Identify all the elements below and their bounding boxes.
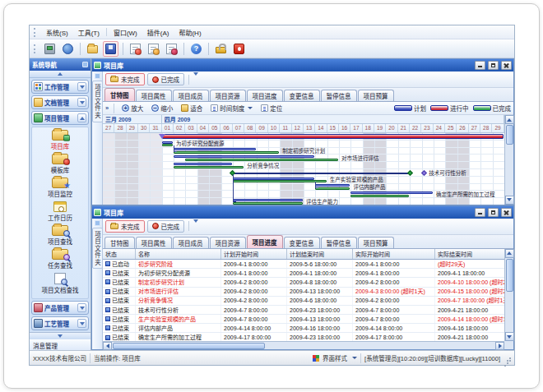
column-header[interactable]: 状态	[103, 249, 136, 259]
tab-budget[interactable]: 项目预算	[358, 90, 394, 101]
section-chevron-button[interactable]	[77, 319, 86, 328]
sidebar-section-4[interactable]: 产品管理	[31, 301, 89, 315]
more-filters-button[interactable]	[193, 76, 198, 83]
column-header[interactable]: 实际结束时间	[435, 249, 504, 259]
maximize-button[interactable]	[488, 61, 499, 70]
gantt-bar-actual[interactable]	[233, 202, 303, 205]
table-horizontal-scrollbar[interactable]	[103, 341, 504, 349]
help-button[interactable]	[188, 41, 204, 57]
maximize-button[interactable]	[488, 208, 499, 217]
minimize-button[interactable]	[475, 208, 485, 217]
sidebar-item-folder-monitor[interactable]: ★项目监控	[32, 177, 88, 201]
zoom-out-button[interactable]: 缩小	[149, 103, 175, 113]
unfinished-filter-button[interactable]: 未完成	[105, 73, 145, 85]
folder-side-tab[interactable]: 项目文件夹	[92, 219, 103, 349]
gantt-bar-plan[interactable]	[174, 155, 314, 158]
doc-export-button[interactable]	[128, 41, 143, 57]
pin-icon[interactable]	[95, 73, 100, 79]
tab-properties[interactable]: 项目属性	[136, 90, 172, 101]
lock-button[interactable]	[213, 41, 229, 57]
sidebar-item-folder-template[interactable]: 模板库	[32, 153, 88, 177]
toolbar-grip[interactable]	[34, 44, 36, 53]
sidebar-section-3[interactable]: 项目管理	[31, 111, 89, 125]
tab-gantt[interactable]: 甘特图	[104, 237, 135, 248]
scroll-thumb[interactable]	[506, 259, 513, 292]
sidebar-section-2[interactable]: 文档管理	[31, 95, 89, 109]
gantt-bar-actual[interactable]	[174, 151, 279, 154]
scroll-right-button[interactable]	[495, 342, 504, 350]
sidebar-section-1[interactable]: 工作管理	[31, 80, 89, 94]
gantt-bar-actual[interactable]	[185, 159, 338, 161]
close-button[interactable]	[501, 61, 512, 70]
fit-button[interactable]: 适合	[179, 103, 205, 113]
gantt-canvas[interactable]: 为初步研究分配资源制定初步研究计划对市场进行评估分析竞争情况技术可行性分析生产实…	[103, 133, 504, 205]
tab-change-info[interactable]: 变更信息	[284, 237, 320, 248]
table-row[interactable]: 已结束生产实验室规模的产品2009-4-7 8:00:002009-4-13 1…	[103, 315, 504, 324]
scroll-thumb[interactable]	[113, 343, 265, 349]
column-header[interactable]: 计划结束时间	[287, 249, 353, 259]
locate-button[interactable]: 定位	[258, 103, 285, 113]
table-row[interactable]: 已结束为初步研究分配资源2009-4-1 8:00:002009-4-1 18:…	[103, 269, 504, 278]
scroll-left-button[interactable]	[103, 342, 112, 350]
gantt-bar-plan[interactable]	[350, 191, 432, 194]
table-row[interactable]: 已启动初步研究阶段2009-4-1 8:00:002009-5-6 18:00:…	[103, 260, 504, 269]
table-row[interactable]: 已结束分析竞争情况2009-4-2 8:00:002009-4-6 18:00:…	[103, 297, 504, 306]
table-row[interactable]: 已结束制定初步研究计划2009-4-2 8:00:002009-4-8 18:0…	[103, 278, 504, 287]
sidebar-collapse-strip[interactable]	[30, 71, 90, 78]
menu-item[interactable]: 插件(A)	[142, 26, 174, 39]
pin-icon[interactable]	[82, 62, 88, 67]
toolbar-overflow-button[interactable]: »	[105, 104, 109, 112]
minimize-button[interactable]	[475, 61, 485, 70]
scroll-down-button[interactable]	[505, 332, 514, 341]
timescale-button[interactable]: 时间刻度	[208, 103, 255, 113]
tab-pause-info[interactable]: 暂停信息	[321, 90, 357, 101]
column-header[interactable]: 实际开始时间	[353, 249, 435, 259]
gantt-bar-plan[interactable]	[174, 148, 255, 150]
finished-filter-button[interactable]: 已完成	[147, 73, 185, 85]
column-header[interactable]: 计划开始时间	[221, 249, 287, 259]
tab-pause-info[interactable]: 暂停信息	[321, 237, 357, 248]
scroll-up-button[interactable]	[505, 115, 514, 124]
gantt-bar-plan[interactable]	[162, 141, 173, 144]
table-row[interactable]: 已结束确定生产所需的加工过程2009-4-17 8:00:002009-4-23…	[103, 333, 504, 341]
pin-icon[interactable]	[95, 220, 100, 226]
table-row[interactable]: 已结束对市场进行评估2009-4-2 8:00:002009-4-13 18:0…	[103, 288, 504, 297]
gantt-bar-span[interactable]	[233, 173, 410, 174]
gantt-bar-plan[interactable]	[174, 163, 232, 165]
folder-side-tab[interactable]: 项目文件夹	[92, 71, 103, 205]
column-header[interactable]: 名称	[136, 249, 221, 259]
globe-button[interactable]	[60, 41, 76, 57]
tab-properties[interactable]: 项目属性	[136, 237, 172, 248]
tab-budget[interactable]: 项目预算	[358, 237, 394, 248]
menu-item[interactable]: 系统(S)	[41, 26, 73, 39]
tab-change-info[interactable]: 变更信息	[284, 90, 320, 101]
scroll-up-button[interactable]	[505, 249, 514, 258]
table-row[interactable]: 已结束技术可行性分析2009-4-7 8:00:002009-4-23 18:0…	[103, 306, 504, 315]
sidebar-item-folder-search[interactable]: 项目查找	[32, 224, 88, 248]
finished-filter-button[interactable]: 已完成	[147, 220, 185, 233]
progress-window-titlebar[interactable]: 项目库	[92, 206, 513, 219]
tab-resources[interactable]: 项目资源	[210, 237, 246, 248]
menu-item[interactable]: 帮助(H)	[174, 26, 206, 39]
gantt-bar-plan[interactable]	[233, 178, 314, 180]
sidebar-item-task-search[interactable]: 任务查找	[32, 248, 88, 272]
gantt-bar-actual[interactable]	[174, 166, 244, 168]
gantt-vertical-scrollbar[interactable]	[504, 115, 513, 205]
section-chevron-button[interactable]	[77, 98, 86, 107]
zoom-in-button[interactable]: 放大	[119, 103, 146, 113]
exit-button[interactable]	[231, 41, 247, 57]
sidebar-splitter[interactable]	[30, 332, 90, 339]
tab-members[interactable]: 项目成员	[173, 237, 209, 248]
menu-item[interactable]: 工具(T)	[73, 26, 104, 39]
gantt-bar-actual[interactable]	[233, 180, 327, 182]
tab-gantt[interactable]: 甘特图	[104, 88, 135, 101]
gantt-bar-plan[interactable]	[233, 199, 303, 201]
resize-grip[interactable]	[504, 354, 511, 362]
section-chevron-button[interactable]	[77, 82, 86, 91]
sidebar-item-folder-project[interactable]: 项目库	[32, 129, 88, 153]
tab-members[interactable]: 项目成员	[173, 90, 209, 101]
gantt-bar-actual[interactable]	[350, 195, 409, 197]
gantt-bar-summary[interactable]	[162, 134, 504, 139]
tab-resources[interactable]: 项目资源	[210, 90, 246, 101]
table-row[interactable]: 已结束评估内部产品2009-4-14 8:00:002009-4-16 18:0…	[103, 324, 504, 333]
